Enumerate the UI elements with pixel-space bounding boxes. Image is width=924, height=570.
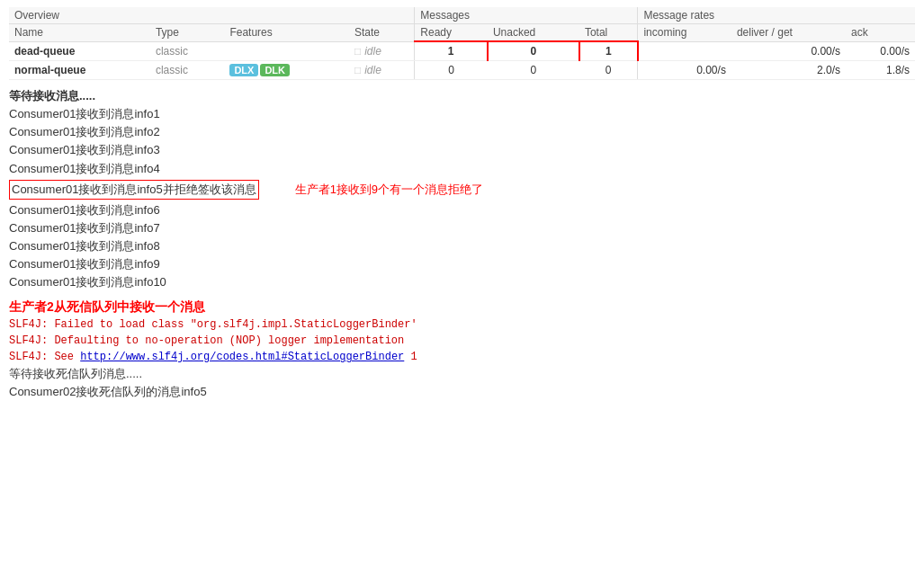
cell-ready: 1 (415, 41, 488, 61)
section-title: 生产者2从死信队列中接收一个消息 (9, 298, 915, 317)
cell-ack: 1.8/s (846, 61, 915, 80)
consumer-line: Consumer01接收到消息info1 (9, 105, 915, 123)
col-total: Total (579, 24, 638, 42)
cell-incoming (638, 41, 731, 61)
cell-ready: 0 (415, 61, 488, 80)
col-deliver-get: deliver / get (731, 24, 846, 42)
consumer-line: Consumer01接收到消息info6 (9, 201, 915, 219)
col-state: State (349, 24, 415, 42)
slf4j-line: SLF4J: See http://www.slf4j.org/codes.ht… (9, 349, 915, 365)
table-row: normal-queueclassicDLXDLK□idle0000.00/s2… (9, 61, 915, 80)
rejected-note: 生产者1接收到9个有一个消息拒绝了 (295, 181, 483, 199)
col-incoming: incoming (638, 24, 731, 42)
waiting-line: 等待接收消息..... (9, 87, 915, 105)
cell-total: 1 (579, 41, 638, 61)
cell-state: □idle (349, 61, 415, 80)
consumer-lines-before: Consumer01接收到消息info1Consumer01接收到消息info2… (9, 105, 915, 178)
queue-table: Overview Messages Message rates Name Typ… (9, 7, 915, 80)
rejected-line-row: Consumer01接收到消息info5并拒绝签收该消息 生产者1接收到9个有一… (9, 179, 915, 200)
col-features: Features (224, 24, 348, 42)
queue-table-wrapper: Overview Messages Message rates Name Typ… (0, 0, 924, 84)
cell-ack: 0.00/s (846, 41, 915, 61)
slf4j-link[interactable]: http://www.slf4j.org/codes.html#StaticLo… (80, 351, 404, 363)
consumer-line: Consumer01接收到消息info4 (9, 160, 915, 178)
cell-deliver-get: 2.0/s (731, 61, 846, 80)
rates-group-label: Message rates (638, 7, 915, 24)
feature-badge-dlk: DLK (260, 64, 290, 76)
slf4j-line: SLF4J: Failed to load class "org.slf4j.i… (9, 316, 915, 333)
consumer02-line: Consumer02接收死信队列的消息info5 (9, 383, 915, 401)
cell-features (224, 41, 348, 61)
slf4j-line: SLF4J: Defaulting to no-operation (NOP) … (9, 333, 915, 349)
cell-name: dead-queue (9, 41, 150, 61)
cell-unacked: 0 (488, 41, 579, 61)
console-area: 等待接收消息..... Consumer01接收到消息info1Consumer… (0, 84, 924, 402)
consumer-line: Consumer01接收到消息info10 (9, 273, 915, 291)
consumer-line: Consumer01接收到消息info2 (9, 123, 915, 141)
rejected-line: Consumer01接收到消息info5并拒绝签收该消息 (9, 180, 259, 200)
consumer-lines-after: Consumer01接收到消息info6Consumer01接收到消息info7… (9, 201, 915, 292)
cell-state: □idle (349, 41, 415, 61)
messages-group-label: Messages (415, 7, 638, 24)
col-unacked: Unacked (488, 24, 579, 42)
cell-total: 0 (579, 61, 638, 80)
slf4j-lines: SLF4J: Failed to load class "org.slf4j.i… (9, 316, 915, 365)
table-row: dead-queueclassic□idle1010.00/s0.00/s (9, 41, 915, 61)
col-name: Name (9, 24, 150, 42)
consumer-line: Consumer01接收到消息info9 (9, 255, 915, 273)
feature-badge-dlx: DLX (229, 64, 258, 76)
col-ready: Ready (415, 24, 488, 42)
cell-type: classic (150, 41, 224, 61)
col-type: Type (150, 24, 224, 42)
col-ack: ack (846, 24, 915, 42)
cell-features: DLXDLK (224, 61, 348, 80)
consumer-line: Consumer01接收到消息info3 (9, 141, 915, 159)
cell-incoming: 0.00/s (638, 61, 731, 80)
overview-group-label: Overview (9, 7, 415, 24)
waiting-dead-line: 等待接收死信队列消息..... (9, 365, 915, 383)
consumer-line: Consumer01接收到消息info7 (9, 219, 915, 237)
cell-type: classic (150, 61, 224, 80)
consumer-line: Consumer01接收到消息info8 (9, 237, 915, 255)
cell-unacked: 0 (488, 61, 579, 80)
cell-deliver-get: 0.00/s (731, 41, 846, 61)
cell-name: normal-queue (9, 61, 150, 80)
